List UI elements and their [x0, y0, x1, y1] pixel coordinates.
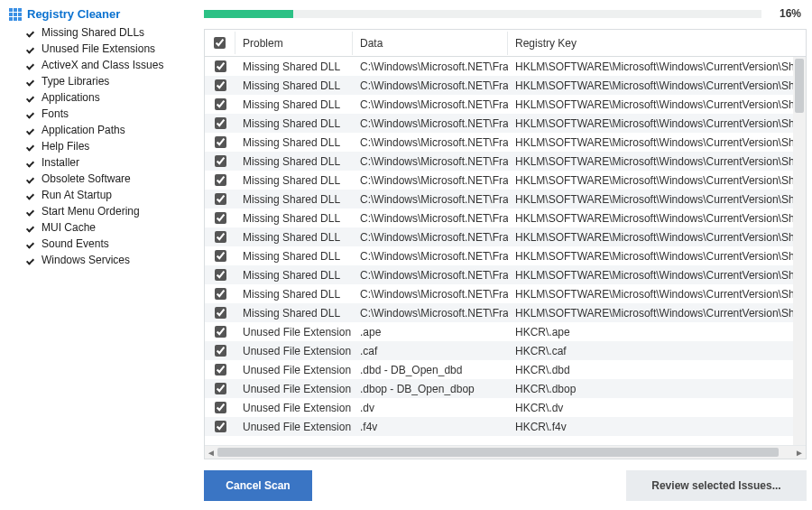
- horizontal-scroll-thumb[interactable]: [217, 448, 779, 457]
- check-icon: [27, 158, 36, 167]
- row-checkbox[interactable]: [215, 345, 226, 357]
- row-checkbox[interactable]: [215, 212, 226, 224]
- table-row[interactable]: Missing Shared DLLC:\Windows\Microsoft.N…: [205, 246, 806, 265]
- row-checkbox[interactable]: [215, 117, 226, 129]
- row-checkbox-cell: [205, 97, 235, 112]
- table-row[interactable]: Unused File Extension.dbd - DB_Open_dbdH…: [205, 360, 806, 379]
- sidebar-item-label: Help Files: [42, 140, 89, 153]
- row-checkbox-cell: [205, 229, 235, 245]
- row-checkbox[interactable]: [215, 60, 226, 72]
- cell-problem: Missing Shared DLL: [235, 191, 353, 208]
- cell-key: HKLM\SOFTWARE\Microsoft\Windows\CurrentV…: [508, 248, 806, 264]
- table-row[interactable]: Missing Shared DLLC:\Windows\Microsoft.N…: [205, 133, 806, 152]
- cell-data: C:\Windows\Microsoft.NET\Fra...: [353, 248, 508, 264]
- row-checkbox[interactable]: [215, 98, 226, 110]
- check-icon: [27, 44, 36, 53]
- row-checkbox-cell: [205, 248, 235, 264]
- sidebar-item-label: Type Libraries: [42, 75, 109, 88]
- sidebar-item[interactable]: Fonts: [7, 106, 193, 122]
- row-checkbox[interactable]: [215, 250, 226, 262]
- cell-data: C:\Windows\Microsoft.NET\Fra...: [353, 305, 508, 321]
- check-icon: [27, 190, 36, 199]
- row-checkbox[interactable]: [215, 174, 226, 186]
- vertical-scroll-thumb[interactable]: [795, 59, 804, 113]
- row-checkbox[interactable]: [215, 383, 226, 394]
- sidebar-item[interactable]: Type Libraries: [7, 73, 193, 89]
- table-row[interactable]: Missing Shared DLLC:\Windows\Microsoft.N…: [205, 303, 806, 322]
- grid-icon: [9, 8, 22, 21]
- cell-key: HKCR\.dbop: [508, 381, 806, 397]
- table-row[interactable]: Missing Shared DLLC:\Windows\Microsoft.N…: [205, 114, 806, 133]
- cell-data: C:\Windows\Microsoft.NET\Fra...: [353, 116, 508, 132]
- sidebar-header[interactable]: Registry Cleaner: [7, 7, 193, 21]
- sidebar-item[interactable]: MUI Cache: [7, 219, 193, 236]
- sidebar-item[interactable]: Unused File Extensions: [7, 41, 193, 57]
- row-checkbox[interactable]: [215, 402, 226, 413]
- row-checkbox[interactable]: [215, 136, 226, 148]
- table-header: Problem Data Registry Key: [205, 30, 806, 57]
- row-checkbox[interactable]: [215, 288, 226, 300]
- scroll-left-arrow-icon[interactable]: ◄: [205, 446, 217, 459]
- table-row[interactable]: Missing Shared DLLC:\Windows\Microsoft.N…: [205, 171, 806, 190]
- row-checkbox[interactable]: [215, 193, 226, 205]
- table-row[interactable]: Missing Shared DLLC:\Windows\Microsoft.N…: [205, 95, 806, 114]
- sidebar-item[interactable]: Help Files: [7, 138, 193, 154]
- row-checkbox[interactable]: [215, 231, 226, 243]
- cell-problem: Missing Shared DLL: [235, 97, 353, 113]
- sidebar-item[interactable]: Run At Startup: [7, 187, 193, 203]
- sidebar-item[interactable]: Missing Shared DLLs: [7, 24, 193, 41]
- sidebar-item[interactable]: Installer: [7, 154, 193, 171]
- table-row[interactable]: Unused File Extension.apeHKCR\.ape: [205, 322, 806, 341]
- sidebar-item-label: Fonts: [42, 107, 69, 120]
- row-checkbox[interactable]: [215, 155, 226, 167]
- table-row[interactable]: Unused File Extension.f4vHKCR\.f4v: [205, 417, 806, 436]
- table-row[interactable]: Missing Shared DLLC:\Windows\Microsoft.N…: [205, 190, 806, 209]
- row-checkbox-cell: [205, 59, 235, 74]
- col-data[interactable]: Data: [353, 32, 508, 55]
- cell-problem: Missing Shared DLL: [235, 78, 353, 94]
- cell-key: HKCR\.ape: [508, 324, 806, 340]
- sidebar-item-label: Applications: [42, 91, 100, 104]
- col-problem[interactable]: Problem: [235, 32, 353, 55]
- row-checkbox-cell: [205, 78, 235, 93]
- row-checkbox[interactable]: [215, 269, 226, 281]
- table-row[interactable]: Missing Shared DLLC:\Windows\Microsoft.N…: [205, 227, 806, 246]
- table-row[interactable]: Unused File Extension.dbop - DB_Open_dbo…: [205, 379, 806, 398]
- vertical-scrollbar[interactable]: [793, 57, 806, 445]
- horizontal-scrollbar[interactable]: ◄ ►: [205, 445, 806, 459]
- row-checkbox[interactable]: [215, 421, 226, 432]
- row-checkbox-cell: [205, 191, 235, 207]
- table-row[interactable]: Unused File Extension.dvHKCR\.dv: [205, 398, 806, 417]
- sidebar-item[interactable]: Start Menu Ordering: [7, 203, 193, 219]
- row-checkbox[interactable]: [215, 364, 226, 376]
- table-row[interactable]: Missing Shared DLLC:\Windows\Microsoft.N…: [205, 57, 806, 76]
- cell-problem: Missing Shared DLL: [235, 59, 353, 75]
- sidebar-item[interactable]: Sound Events: [7, 236, 193, 252]
- progress-bar: [204, 10, 761, 18]
- sidebar-item[interactable]: ActiveX and Class Issues: [7, 57, 193, 73]
- scroll-right-arrow-icon[interactable]: ►: [793, 446, 806, 459]
- row-checkbox[interactable]: [215, 307, 226, 319]
- table-row[interactable]: Missing Shared DLLC:\Windows\Microsoft.N…: [205, 152, 806, 171]
- review-issues-button[interactable]: Review selected Issues...: [626, 470, 807, 501]
- table-row[interactable]: Missing Shared DLLC:\Windows\Microsoft.N…: [205, 209, 806, 227]
- sidebar-item[interactable]: Obsolete Software: [7, 171, 193, 187]
- row-checkbox[interactable]: [215, 79, 226, 91]
- table-row[interactable]: Unused File Extension.cafHKCR\.caf: [205, 341, 806, 360]
- cancel-scan-button[interactable]: Cancel Scan: [204, 470, 312, 501]
- table-row[interactable]: Missing Shared DLLC:\Windows\Microsoft.N…: [205, 76, 806, 95]
- button-row: Cancel Scan Review selected Issues...: [204, 459, 807, 501]
- select-all-checkbox[interactable]: [214, 37, 226, 49]
- table-row[interactable]: Missing Shared DLLC:\Windows\Microsoft.N…: [205, 265, 806, 284]
- sidebar-item[interactable]: Windows Services: [7, 252, 193, 268]
- header-checkbox-cell: [205, 32, 235, 54]
- table-row[interactable]: Missing Shared DLLC:\Windows\Microsoft.N…: [205, 284, 806, 303]
- sidebar-item-label: Start Menu Ordering: [42, 205, 140, 218]
- cell-key: HKLM\SOFTWARE\Microsoft\Windows\CurrentV…: [508, 267, 806, 283]
- col-key[interactable]: Registry Key: [508, 32, 806, 55]
- sidebar-item[interactable]: Applications: [7, 89, 193, 106]
- row-checkbox[interactable]: [215, 326, 226, 338]
- sidebar-item[interactable]: Application Paths: [7, 122, 193, 138]
- sidebar-item-label: MUI Cache: [42, 221, 96, 234]
- cell-problem: Missing Shared DLL: [235, 305, 353, 321]
